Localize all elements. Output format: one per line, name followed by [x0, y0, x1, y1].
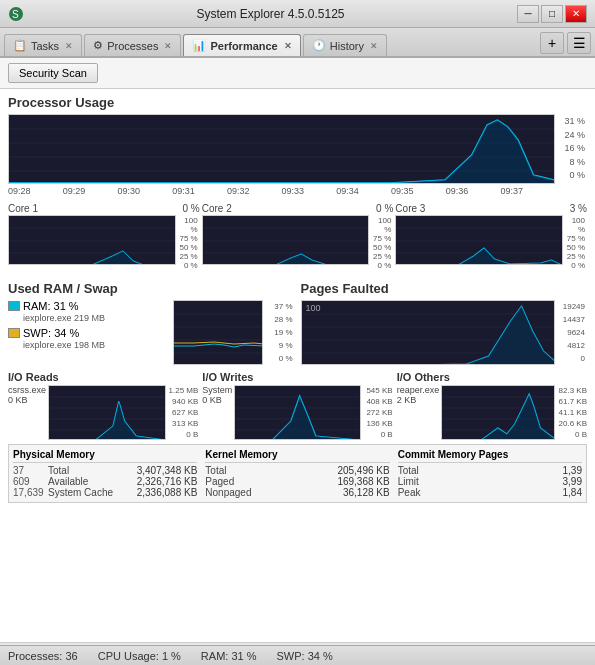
commit-val-0: 1,39	[497, 465, 582, 476]
io-reads-item: I/O Reads csrss.exe 0 KB	[8, 369, 198, 440]
svg-rect-7	[9, 216, 175, 265]
pages-y-labels: 19249 14437 9624 4812 0	[555, 300, 587, 365]
status-bar: Processes: 36 CPU Usage: 1 % RAM: 31 % S…	[0, 645, 595, 665]
core3-header: Core 3 3 %	[395, 202, 587, 215]
phys-val-0: 3,407,348 KB	[125, 465, 197, 476]
swp-legend: SWP: 34 %	[8, 327, 169, 339]
window-title: System Explorer 4.5.0.5125	[24, 7, 517, 21]
core2-item: Core 2 0 % 100 % 75 %	[202, 202, 394, 271]
commit-val-1: 3,99	[497, 476, 582, 487]
processes-icon: ⚙	[93, 39, 103, 52]
table-row: Paged 169,368 KB	[205, 476, 389, 487]
phys-num-1: 609	[13, 476, 48, 487]
tab-close-processes[interactable]: ✕	[164, 41, 172, 51]
ram-process: iexplore.exe 219 MB	[23, 313, 169, 323]
window-controls: ─ □ ✕	[517, 5, 587, 23]
tab-processes[interactable]: ⚙ Processes ✕	[84, 34, 181, 56]
phys-label-2: System Cache	[48, 487, 125, 498]
tab-history[interactable]: 🕐 History ✕	[303, 34, 387, 56]
tab-close-tasks[interactable]: ✕	[65, 41, 73, 51]
title-bar: S System Explorer 4.5.0.5125 ─ □ ✕	[0, 0, 595, 28]
kernel-memory-col: Kernel Memory Total 205,496 KB Paged 169…	[205, 449, 389, 498]
kernel-val-2: 36,128 KB	[292, 487, 390, 498]
phys-num-2: 17,639	[13, 487, 48, 498]
security-bar: Security Scan	[0, 58, 595, 89]
tab-tasks[interactable]: 📋 Tasks ✕	[4, 34, 82, 56]
tab-menu-button[interactable]: ☰	[567, 32, 591, 54]
io-writes-value: 0 KB	[202, 395, 232, 405]
commit-val-2: 1,84	[497, 487, 582, 498]
io-others-y-labels: 82.3 KB 61.7 KB 41.1 KB 20.6 KB 0 B	[557, 385, 587, 440]
memory-table-section: Physical Memory 37 Total 3,407,348 KB 60…	[8, 444, 587, 503]
tab-close-performance[interactable]: ✕	[284, 41, 292, 51]
commit-label-2: Peak	[398, 487, 497, 498]
minimize-button[interactable]: ─	[517, 5, 539, 23]
commit-label-1: Limit	[398, 476, 497, 487]
physical-header: Physical Memory	[13, 449, 197, 463]
kernel-val-1: 169,368 KB	[292, 476, 390, 487]
close-button[interactable]: ✕	[565, 5, 587, 23]
io-writes-item: I/O Writes System 0 KB	[202, 369, 392, 440]
phys-num-0: 37	[13, 465, 48, 476]
io-writes-process: System	[202, 385, 232, 395]
processor-section: Processor Usage Top Process: reaper.exe …	[8, 89, 587, 198]
tasks-icon: 📋	[13, 39, 27, 52]
core2-graph	[202, 215, 370, 265]
kernel-label-0: Total	[205, 465, 291, 476]
phys-val-1: 2,326,716 KB	[125, 476, 197, 487]
kernel-label-1: Paged	[205, 476, 291, 487]
table-row: Total 1,39	[398, 465, 582, 476]
tab-performance[interactable]: 📊 Performance ✕	[183, 34, 300, 56]
core3-item: Core 3 3 % 100 % 75 %	[395, 202, 587, 271]
table-row: 37 Total 3,407,348 KB	[13, 465, 197, 476]
io-row: I/O Reads csrss.exe 0 KB	[8, 369, 587, 440]
swp-process: iexplore.exe 198 MB	[23, 340, 169, 350]
phys-label-0: Total	[48, 465, 125, 476]
pages-section: Pages Faulted 100 19	[301, 275, 588, 365]
commit-header: Commit Memory Pages	[398, 449, 582, 463]
core3-y-labels: 100 % 75 % 50 % 25 % 0 %	[563, 215, 587, 271]
core1-header: Core 1 0 %	[8, 202, 200, 215]
io-writes-title: I/O Writes	[202, 369, 392, 385]
maximize-button[interactable]: □	[541, 5, 563, 23]
ram-color-swatch	[8, 301, 20, 311]
ram-pages-row: Used RAM / Swap RAM: 31 % iexplore.exe 2…	[8, 275, 587, 365]
tab-bar: 📋 Tasks ✕ ⚙ Processes ✕ 📊 Performance ✕ …	[0, 28, 595, 58]
svg-rect-11	[203, 216, 369, 265]
security-scan-button[interactable]: Security Scan	[8, 63, 98, 83]
commit-table: Total 1,39 Limit 3,99 Peak 1,84	[398, 465, 582, 498]
status-cpu: CPU Usage: 1 %	[98, 650, 181, 662]
processor-x-labels: 09:28 09:29 09:30 09:31 09:32 09:33 09:3…	[8, 184, 523, 198]
table-row: 609 Available 2,326,716 KB	[13, 476, 197, 487]
main-content: Processor Usage Top Process: reaper.exe …	[0, 89, 595, 642]
status-processes: Processes: 36	[8, 650, 78, 662]
io-others-value: 2 KB	[397, 395, 440, 405]
io-writes-y-labels: 545 KB 408 KB 272 KB 136 KB 0 B	[363, 385, 393, 440]
io-writes-graph	[234, 385, 360, 440]
title-bar-icon: S	[8, 6, 24, 22]
io-reads-graph	[48, 385, 166, 440]
core-row: Core 1 0 % 100 % 75 %	[8, 202, 587, 271]
table-row: Total 205,496 KB	[205, 465, 389, 476]
processor-y-labels: 31 % 24 % 16 % 8 % 0 %	[555, 114, 587, 198]
io-reads-title: I/O Reads	[8, 369, 198, 385]
ram-graph	[173, 300, 263, 365]
phys-label-1: Available	[48, 476, 125, 487]
performance-icon: 📊	[192, 39, 206, 52]
processor-title: Processor Usage	[8, 89, 587, 114]
io-reads-y-labels: 1.25 MB 940 KB 627 KB 313 KB 0 B	[168, 385, 198, 440]
ram-legend: RAM: 31 %	[8, 300, 169, 312]
status-swp: SWP: 34 %	[277, 650, 333, 662]
status-ram: RAM: 31 %	[201, 650, 257, 662]
core1-y-labels: 100 % 75 % 50 % 25 % 0 %	[176, 215, 200, 271]
pages-title: Pages Faulted	[301, 275, 588, 300]
ram-y-axis: 37 % 28 % 19 % 9 % 0 %	[267, 300, 295, 365]
new-tab-button[interactable]: +	[540, 32, 564, 54]
pages-top-value: 100	[306, 303, 321, 313]
kernel-label-2: Nonpaged	[205, 487, 291, 498]
tab-close-history[interactable]: ✕	[370, 41, 378, 51]
history-icon: 🕐	[312, 39, 326, 52]
io-others-title: I/O Others	[397, 369, 587, 385]
memory-columns: Physical Memory 37 Total 3,407,348 KB 60…	[13, 449, 582, 498]
ram-title: Used RAM / Swap	[8, 275, 295, 300]
